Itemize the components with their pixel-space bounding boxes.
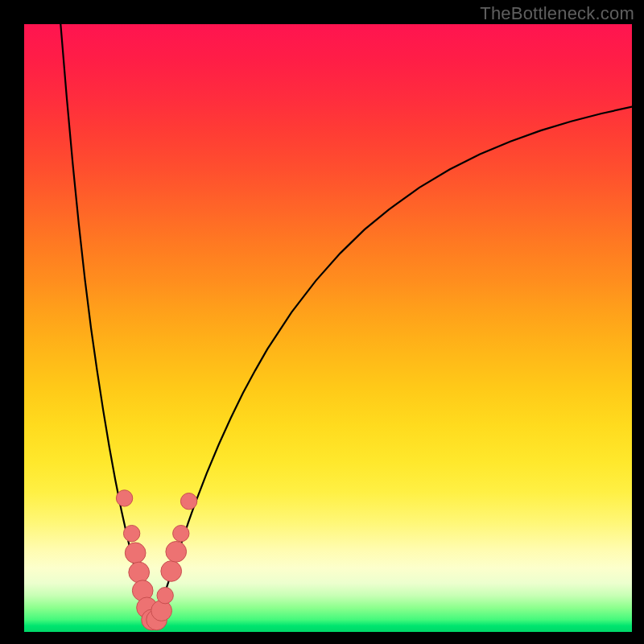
data-marker — [129, 562, 150, 583]
plot-area — [24, 24, 632, 632]
data-marker — [151, 601, 172, 621]
data-marker — [180, 493, 196, 509]
data-marker — [173, 526, 189, 542]
data-marker — [123, 526, 139, 542]
chart-svg — [24, 24, 632, 632]
data-marker — [125, 543, 146, 564]
data-marker — [166, 542, 187, 563]
chart-frame: TheBottleneck.com — [0, 0, 644, 644]
data-marker — [157, 588, 173, 604]
data-marker — [161, 561, 182, 582]
curve-right-branch — [152, 107, 632, 626]
data-marker — [116, 490, 132, 506]
watermark-text: TheBottleneck.com — [480, 3, 634, 24]
data-markers — [116, 490, 196, 630]
